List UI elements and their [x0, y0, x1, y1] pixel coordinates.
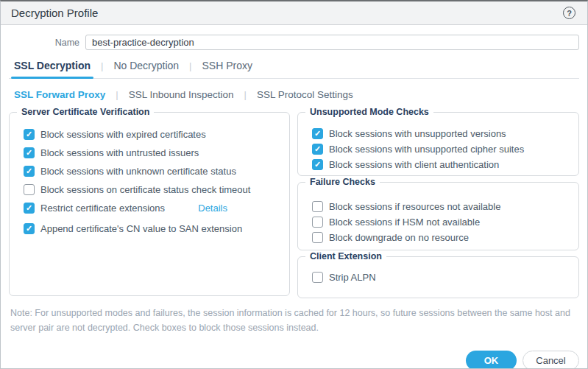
tab-no-decryption[interactable]: No Decryption — [110, 60, 182, 78]
tab-ssl-forward-proxy[interactable]: SSL Forward Proxy — [11, 89, 108, 100]
checkbox-label: Restrict certificate extensions — [40, 203, 165, 214]
checked-checkbox[interactable] — [24, 223, 35, 234]
tab-separator: | — [237, 89, 254, 100]
tab-separator: | — [108, 89, 125, 100]
checked-checkbox[interactable] — [312, 159, 323, 170]
dialog-body: Name SSL Decryption|No Decryption|SSH Pr… — [1, 25, 587, 369]
unsupported-checklist: Block sessions with unsupported versions… — [312, 126, 570, 172]
checkbox-row[interactable]: Append certificate's CN value to SAN ext… — [24, 219, 280, 237]
settings-panels: Server Certificate Verification Block se… — [9, 112, 579, 298]
cancel-button[interactable]: Cancel — [523, 351, 579, 369]
checked-checkbox[interactable] — [24, 166, 35, 177]
unchecked-checkbox[interactable] — [24, 184, 35, 195]
unchecked-checkbox[interactable] — [312, 232, 323, 243]
checked-checkbox[interactable] — [24, 129, 35, 140]
checkbox-row[interactable]: Block sessions with expired certificates — [24, 125, 280, 143]
section-legend: Failure Checks — [305, 177, 380, 187]
checkbox-row[interactable]: Restrict certificate extensionsDetails — [24, 199, 280, 217]
checkbox-row[interactable]: Block sessions with unsupported cipher s… — [312, 141, 570, 157]
checkbox-row[interactable]: Block downgrade on no resource — [312, 230, 570, 245]
tab-separator: | — [182, 60, 199, 78]
section-legend: Server Certificate Verification — [17, 107, 154, 117]
note-text: Note: For unsupported modes and failures… — [10, 306, 578, 335]
tab-ssh-proxy[interactable]: SSH Proxy — [199, 60, 255, 78]
checked-checkbox[interactable] — [24, 203, 35, 214]
checkbox-label: Block sessions on certificate status che… — [40, 184, 250, 195]
checkbox-label: Block sessions with unsupported versions — [329, 128, 506, 139]
checked-checkbox[interactable] — [312, 144, 323, 155]
section-failure-checks: Failure Checks Block sessions if resourc… — [297, 182, 579, 250]
failure-checklist: Block sessions if resources not availabl… — [312, 199, 570, 245]
checkbox-row[interactable]: Block sessions with unknown certificate … — [24, 162, 280, 180]
details-link[interactable]: Details — [198, 203, 227, 214]
checkbox-row[interactable]: Strip ALPN — [312, 270, 570, 285]
section-server-certificate-verification: Server Certificate Verification Block se… — [9, 112, 290, 296]
dialog-footer: OK Cancel — [9, 351, 579, 369]
unchecked-checkbox[interactable] — [312, 217, 323, 228]
checkbox-row[interactable]: Block sessions on certificate status che… — [24, 180, 280, 198]
checkbox-label: Block sessions with client authenticatio… — [329, 159, 499, 170]
checkbox-label: Block sessions with untrusted issuers — [40, 147, 199, 158]
checkbox-label: Block downgrade on no resource — [329, 232, 469, 243]
section-legend: Client Extension — [305, 251, 386, 261]
section-client-extension: Client Extension Strip ALPN — [297, 256, 579, 298]
checkbox-label: Block sessions if HSM not available — [329, 217, 480, 228]
dialog-titlebar: Decryption Profile ? — [1, 1, 587, 25]
main-tab-bar: SSL Decryption|No Decryption|SSH Proxy — [9, 60, 579, 79]
client-extension-checklist: Strip ALPN — [312, 270, 570, 285]
checkbox-label: Strip ALPN — [329, 272, 376, 283]
tab-ssl-decryption[interactable]: SSL Decryption — [11, 60, 93, 78]
name-field-row: Name — [9, 35, 579, 50]
tab-separator: | — [93, 60, 110, 78]
section-unsupported-mode-checks: Unsupported Mode Checks Block sessions w… — [297, 112, 579, 176]
checkbox-row[interactable]: Block sessions if HSM not available — [312, 214, 570, 230]
unchecked-checkbox[interactable] — [312, 201, 323, 212]
sub-tab-bar: SSL Forward Proxy|SSL Inbound Inspection… — [9, 89, 579, 100]
checkbox-label: Block sessions if resources not availabl… — [329, 201, 500, 212]
checkbox-row[interactable]: Block sessions with untrusted issuers — [24, 144, 280, 161]
right-column: Unsupported Mode Checks Block sessions w… — [297, 112, 579, 298]
unchecked-checkbox[interactable] — [312, 272, 323, 283]
checkbox-label: Block sessions with expired certificates — [40, 129, 206, 140]
checkbox-label: Block sessions with unsupported cipher s… — [329, 144, 524, 155]
checkbox-label: Block sessions with unknown certificate … — [40, 166, 236, 177]
ok-button[interactable]: OK — [466, 351, 517, 369]
section-legend: Unsupported Mode Checks — [305, 107, 433, 117]
dialog-title: Decryption Profile — [11, 7, 98, 19]
checkbox-row[interactable]: Block sessions with unsupported versions — [312, 126, 570, 141]
checkbox-row[interactable]: Block sessions if resources not availabl… — [312, 199, 570, 214]
checked-checkbox[interactable] — [24, 147, 35, 158]
checkbox-label: Append certificate's CN value to SAN ext… — [40, 223, 242, 234]
server-cert-checklist: Block sessions with expired certificates… — [24, 125, 280, 237]
checked-checkbox[interactable] — [312, 128, 323, 139]
decryption-profile-dialog: Decryption Profile ? Name SSL Decryption… — [0, 0, 588, 369]
checkbox-row[interactable]: Block sessions with client authenticatio… — [312, 157, 570, 172]
name-label: Name — [9, 38, 79, 48]
name-input[interactable] — [85, 35, 579, 50]
tab-ssl-protocol-settings[interactable]: SSL Protocol Settings — [254, 89, 356, 100]
tab-ssl-inbound-inspection[interactable]: SSL Inbound Inspection — [126, 89, 237, 100]
help-icon[interactable]: ? — [563, 7, 575, 19]
